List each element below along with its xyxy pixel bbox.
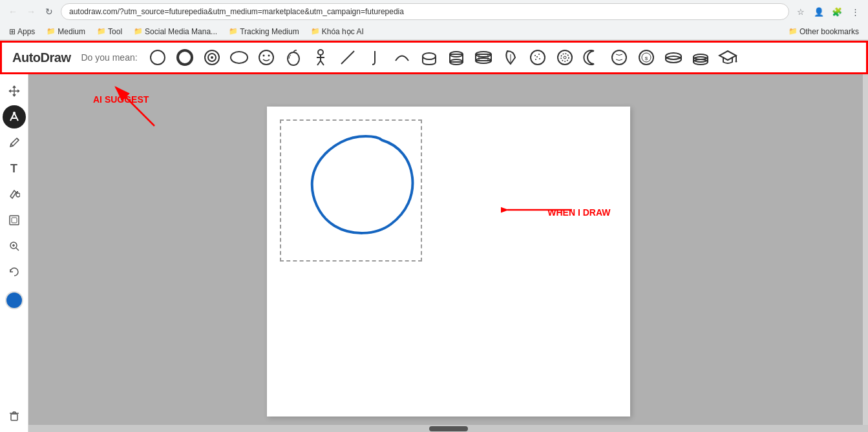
svg-point-9 — [288, 52, 299, 65]
svg-rect-60 — [11, 414, 17, 420]
suggestion-cookie2[interactable] — [607, 45, 631, 70]
suggestion-drum[interactable] — [444, 45, 469, 70]
suggestion-target[interactable] — [200, 45, 224, 70]
menu-button[interactable]: ⋮ — [847, 4, 863, 19]
suggestion-leaf[interactable] — [498, 45, 523, 70]
other-bookmarks[interactable]: 📁 Other bookmarks — [785, 26, 863, 37]
suggestion-coin[interactable]: $ — [634, 45, 659, 70]
suggestion-cookie[interactable] — [525, 45, 550, 70]
undo-button[interactable] — [3, 260, 26, 283]
svg-point-10 — [318, 50, 323, 55]
profile-button[interactable]: 👤 — [811, 4, 827, 19]
browser-toolbar-icons: ☆ 👤 🧩 ⋮ — [793, 4, 863, 19]
svg-point-32 — [558, 50, 572, 65]
suggestion-pot[interactable] — [417, 45, 441, 70]
bookmarks-bar: ⊞ Apps 📁 Medium 📁 Tool 📁 Social Media Ma… — [0, 23, 868, 40]
extensions-button[interactable]: 🧩 — [829, 4, 845, 19]
autodraw-logo: AutoDraw — [12, 50, 70, 65]
bookmark-medium[interactable]: 📁 Medium — [43, 26, 89, 37]
canvas-inner: WHEN I DRAW — [267, 107, 630, 417]
suggestions-container: $ — [145, 45, 856, 70]
suggestion-flat-coin[interactable] — [661, 45, 686, 70]
svg-point-27 — [535, 55, 536, 56]
svg-line-52 — [17, 138, 19, 140]
svg-line-57 — [16, 248, 19, 251]
bookmark-label: Tracking Medium — [240, 27, 299, 36]
ai-suggest-label: AI SUGGEST — [93, 94, 149, 105]
svg-text:$: $ — [644, 56, 648, 61]
suggestion-line-curve[interactable] — [390, 45, 414, 70]
svg-marker-48 — [719, 51, 736, 60]
svg-line-13 — [317, 61, 321, 65]
suggestion-crescent[interactable] — [580, 45, 604, 70]
autodraw-header: AutoDraw Do you mean: — [0, 41, 868, 74]
zoom-tool-button[interactable] — [3, 234, 26, 258]
folder-icon: 📁 — [134, 27, 143, 36]
suggestion-person[interactable] — [308, 45, 333, 70]
suggestion-ring[interactable] — [173, 45, 197, 70]
browser-chrome: ← → ↻ ☆ 👤 🧩 ⋮ ⊞ Apps 📁 Medium 📁 Tool 📁 S… — [0, 0, 868, 41]
folder-icon: 📁 — [97, 27, 106, 36]
svg-point-1 — [178, 50, 192, 65]
delete-button[interactable] — [3, 404, 26, 427]
do-you-mean-label: Do you mean: — [81, 52, 137, 63]
move-tool-button[interactable] — [3, 79, 26, 103]
bookmark-tool[interactable]: 📁 Tool — [93, 26, 126, 37]
forward-button[interactable]: → — [23, 4, 39, 19]
browser-toolbar: ← → ↻ ☆ 👤 🧩 ⋮ — [0, 0, 868, 23]
bottom-scrollbar[interactable] — [28, 425, 868, 432]
svg-point-51 — [13, 112, 16, 114]
suggestion-drum-alt[interactable] — [471, 45, 496, 70]
suggestion-line-hook[interactable] — [363, 45, 387, 70]
suggestion-pattern[interactable] — [553, 45, 577, 70]
nav-buttons: ← → ↻ — [5, 4, 57, 19]
suggestion-apple[interactable] — [281, 45, 306, 70]
canvas-area[interactable]: AI SUGGEST — [28, 74, 868, 432]
scroll-thumb — [429, 426, 468, 431]
svg-point-28 — [538, 54, 540, 55]
app-container: T — [0, 74, 868, 432]
svg-point-16 — [423, 53, 436, 59]
svg-point-50 — [735, 61, 737, 63]
drawing-canvas[interactable]: WHEN I DRAW — [267, 107, 630, 417]
bookmark-label: Social Media Mana... — [145, 27, 217, 36]
text-tool-label: T — [10, 162, 17, 176]
fill-tool-button[interactable] — [3, 183, 26, 206]
folder-icon: 📁 — [311, 27, 320, 36]
bookmark-khoa-hoc[interactable]: 📁 Khóa học AI — [307, 26, 368, 37]
svg-point-5 — [231, 52, 248, 63]
pencil-tool-button[interactable] — [3, 131, 26, 154]
apps-bookmark[interactable]: ⊞ Apps — [5, 26, 39, 37]
apps-grid-icon: ⊞ — [9, 27, 16, 36]
suggestion-circle-outline[interactable] — [145, 45, 170, 70]
suggestion-line-diagonal[interactable] — [335, 45, 360, 70]
left-sidebar: T — [0, 74, 28, 432]
ai-suggest-arrow — [103, 81, 180, 132]
svg-point-31 — [536, 56, 538, 57]
svg-point-34 — [564, 56, 566, 59]
back-button[interactable]: ← — [5, 4, 21, 19]
svg-point-8 — [268, 55, 270, 57]
bookmark-star-button[interactable]: ☆ — [793, 4, 809, 19]
color-swatch[interactable] — [5, 291, 23, 309]
bookmark-label: Medium — [58, 27, 85, 36]
svg-point-7 — [262, 55, 264, 57]
autodraw-tool-button[interactable] — [3, 105, 26, 129]
suggestion-oval[interactable] — [227, 45, 251, 70]
shapes-tool-button[interactable] — [3, 209, 26, 232]
svg-line-14 — [321, 61, 324, 65]
bookmark-social[interactable]: 📁 Social Media Mana... — [130, 26, 221, 37]
folder-icon: 📁 — [789, 27, 798, 36]
address-bar[interactable] — [61, 3, 789, 20]
svg-point-33 — [561, 54, 569, 61]
right-scrollbar[interactable] — [863, 74, 868, 432]
suggestion-grad-cap[interactable] — [715, 45, 740, 70]
user-drawing-svg — [267, 107, 630, 417]
suggestion-smiley[interactable] — [254, 45, 279, 70]
suggestion-coin-stack[interactable] — [688, 45, 713, 70]
svg-point-26 — [531, 50, 545, 65]
reload-button[interactable]: ↻ — [41, 4, 57, 19]
svg-point-4 — [211, 56, 213, 59]
bookmark-tracking[interactable]: 📁 Tracking Medium — [225, 26, 303, 37]
text-tool-button[interactable]: T — [3, 157, 26, 180]
